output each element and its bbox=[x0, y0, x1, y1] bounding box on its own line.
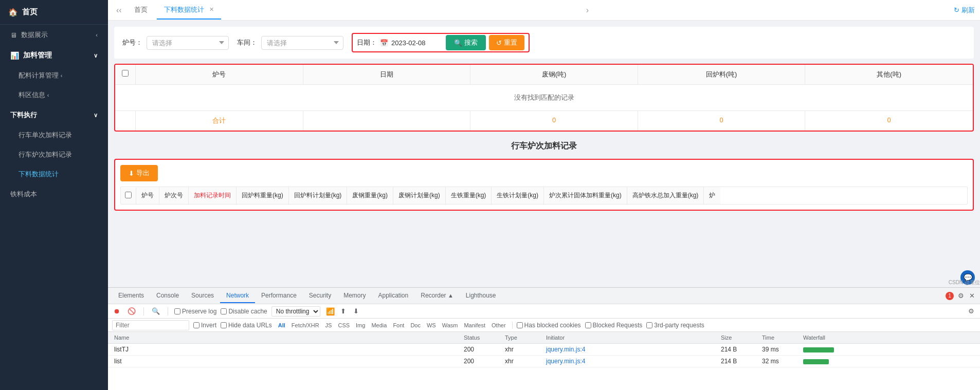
invert-text: Invert bbox=[201, 322, 216, 329]
filter-input[interactable] bbox=[112, 320, 189, 330]
th-checkbox bbox=[115, 65, 136, 84]
filter-tag-all[interactable]: All bbox=[276, 322, 287, 329]
invert-checkbox[interactable] bbox=[193, 322, 199, 328]
th2-cumulative: 炉次累计固体加料重量(kg) bbox=[544, 187, 627, 204]
sidebar-item-material-mgmt[interactable]: 📊 加料管理 ∨ bbox=[0, 45, 108, 66]
sidebar-item-single-feed[interactable]: 行车单次加料记录 bbox=[0, 125, 108, 145]
hide-data-urls-label[interactable]: Hide data URLs bbox=[221, 322, 272, 329]
has-blocked-checkbox[interactable] bbox=[517, 322, 523, 328]
has-blocked-label[interactable]: Has blocked cookies bbox=[517, 322, 581, 329]
tf-return-total: 0 bbox=[638, 111, 806, 131]
devtools-tab-performance[interactable]: Performance bbox=[255, 289, 303, 303]
sidebar-logo[interactable]: 🏠 首页 bbox=[0, 0, 108, 25]
chevron-icon: ‹ bbox=[96, 32, 98, 38]
reset-button[interactable]: ↺ 重置 bbox=[489, 35, 524, 50]
network-row-listTJ[interactable]: listTJ 200 xhr jquery.min.js:4 214 B 39 … bbox=[108, 344, 980, 356]
tab-close-icon[interactable]: ✕ bbox=[209, 6, 214, 13]
disable-cache-text: Disable cache bbox=[228, 308, 267, 315]
devtools-tab-recorder[interactable]: Recorder ▲ bbox=[414, 289, 460, 303]
select-all-checkbox[interactable] bbox=[122, 70, 129, 77]
devtools-console-label: Console bbox=[156, 292, 179, 299]
filter-tag-css[interactable]: CSS bbox=[336, 322, 352, 329]
export-button[interactable]: ⬇ 导出 bbox=[120, 165, 158, 181]
third-party-label[interactable]: 3rd-party requests bbox=[646, 322, 704, 329]
hide-data-urls-checkbox[interactable] bbox=[221, 322, 227, 328]
devtools-settings-btn[interactable]: ⚙ bbox=[957, 292, 965, 300]
table1-footer: 合计 0 0 0 bbox=[115, 111, 973, 131]
disable-cache-checkbox[interactable] bbox=[221, 308, 227, 314]
devtools-tab-lighthouse[interactable]: Lighthouse bbox=[460, 289, 502, 303]
blocked-req-label[interactable]: Blocked Requests bbox=[585, 322, 643, 329]
devtools-recorder-label: Recorder bbox=[421, 292, 446, 299]
filter-btn[interactable]: 🔍 bbox=[150, 307, 161, 315]
invert-label[interactable]: Invert bbox=[193, 322, 216, 329]
filter-tag-img[interactable]: Img bbox=[354, 322, 367, 329]
tab-stats[interactable]: 下料数据统计 ✕ bbox=[157, 1, 221, 20]
devtools-tab-sources[interactable]: Sources bbox=[185, 289, 220, 303]
sidebar-item-data-display[interactable]: 🖥 数据展示 ‹ bbox=[0, 25, 108, 45]
workshop-label: 车间： bbox=[237, 38, 257, 47]
date-input[interactable] bbox=[391, 39, 443, 47]
devtools-tab-memory[interactable]: Memory bbox=[337, 289, 372, 303]
filter-tag-fetch-xhr[interactable]: Fetch/XHR bbox=[289, 322, 321, 329]
sidebar-item-furnace-feed[interactable]: 行车炉次加料记录 bbox=[0, 145, 108, 164]
filter-tag-font[interactable]: Font bbox=[391, 322, 406, 329]
disable-cache-label[interactable]: Disable cache bbox=[221, 308, 267, 315]
nc-size-0: 214 B bbox=[719, 345, 760, 354]
sidebar-label-furnace-feed: 行车炉次加料记录 bbox=[19, 151, 72, 158]
preserve-log-checkbox[interactable] bbox=[174, 308, 180, 314]
sidebar-home-label: 首页 bbox=[22, 7, 38, 17]
filter-tag-js[interactable]: JS bbox=[323, 322, 334, 329]
th2-scrap-weight: 废钢重量(kg) bbox=[347, 187, 393, 204]
sidebar-item-feed-stats[interactable]: 下料数据统计 bbox=[0, 164, 108, 184]
network-row-list[interactable]: list 200 xhr jquery.min.js:4 214 B 32 ms bbox=[108, 356, 980, 367]
sidebar-label-feeding-exec: 下料执行 bbox=[10, 110, 37, 120]
tab-refresh[interactable]: ↻ 刷新 bbox=[954, 6, 975, 15]
search-button[interactable]: 🔍 搜索 bbox=[446, 35, 486, 50]
tab-bar: ‹‹ 首页 下料数据统计 ✕ › ↻ 刷新 bbox=[108, 0, 980, 21]
filter-tag-media[interactable]: Media bbox=[369, 322, 389, 329]
filter-sep bbox=[512, 322, 513, 329]
filter-tag-manifest[interactable]: Manifest bbox=[462, 322, 487, 329]
devtools-tab-application[interactable]: Application bbox=[372, 289, 415, 303]
devtools-tab-console[interactable]: Console bbox=[150, 289, 185, 303]
home-icon: 🏠 bbox=[8, 8, 18, 17]
upload-btn[interactable]: ⬆ bbox=[339, 307, 348, 315]
nc-initiator-0[interactable]: jquery.min.js:4 bbox=[544, 345, 719, 354]
workshop-select[interactable]: 请选择 bbox=[261, 36, 343, 50]
filter-tag-wasm[interactable]: Wasm bbox=[440, 322, 460, 329]
nh-name: Name bbox=[112, 333, 462, 342]
devtools-close-btn[interactable]: ✕ bbox=[968, 292, 976, 300]
third-party-checkbox[interactable] bbox=[646, 322, 652, 328]
tf-date-total bbox=[303, 111, 471, 131]
table2-select-all[interactable] bbox=[125, 192, 132, 198]
tf-scrap-total: 0 bbox=[470, 111, 638, 131]
csdn-watermark: CSDN @某位 bbox=[949, 279, 980, 286]
tab-home[interactable]: 首页 bbox=[127, 1, 155, 20]
record-btn[interactable]: ⏺ bbox=[112, 307, 122, 315]
tab-nav-prev[interactable]: ‹‹ bbox=[113, 6, 125, 15]
blocked-req-checkbox[interactable] bbox=[585, 322, 591, 328]
devtools-settings-gear[interactable]: ⚙ bbox=[967, 307, 976, 315]
devtools-tab-elements[interactable]: Elements bbox=[112, 289, 150, 303]
download-btn[interactable]: ⬇ bbox=[352, 307, 360, 315]
th2-extra: 炉 bbox=[704, 187, 720, 204]
filter-tag-doc[interactable]: Doc bbox=[408, 322, 423, 329]
preserve-log-label[interactable]: Preserve log bbox=[174, 308, 216, 315]
sidebar-item-feeding-exec[interactable]: 下料执行 ∨ bbox=[0, 105, 108, 125]
sidebar-item-iron-cost[interactable]: 铁料成本 bbox=[0, 184, 108, 205]
calendar-icon: 📅 bbox=[380, 39, 388, 47]
furnace-select[interactable]: 请选择 bbox=[147, 36, 229, 50]
sidebar-item-batching-calc[interactable]: 配料计算管理 ‹ bbox=[0, 66, 108, 85]
tab-nav-next[interactable]: › bbox=[583, 6, 592, 15]
th2-return-weight: 回炉料重量(kg) bbox=[237, 187, 289, 204]
filter-tag-other[interactable]: Other bbox=[489, 322, 508, 329]
nc-initiator-1[interactable]: jquery.min.js:4 bbox=[544, 357, 719, 366]
throttle-select[interactable]: No throttling bbox=[271, 306, 320, 317]
devtools-tab-network[interactable]: Network bbox=[220, 289, 255, 303]
devtools-tab-security[interactable]: Security bbox=[303, 289, 337, 303]
filter-tag-ws[interactable]: WS bbox=[425, 322, 438, 329]
devtools-lighthouse-label: Lighthouse bbox=[466, 292, 496, 299]
sidebar-item-zone-info[interactable]: 料区信息 ‹ bbox=[0, 85, 108, 105]
clear-btn[interactable]: 🚫 bbox=[126, 307, 137, 315]
